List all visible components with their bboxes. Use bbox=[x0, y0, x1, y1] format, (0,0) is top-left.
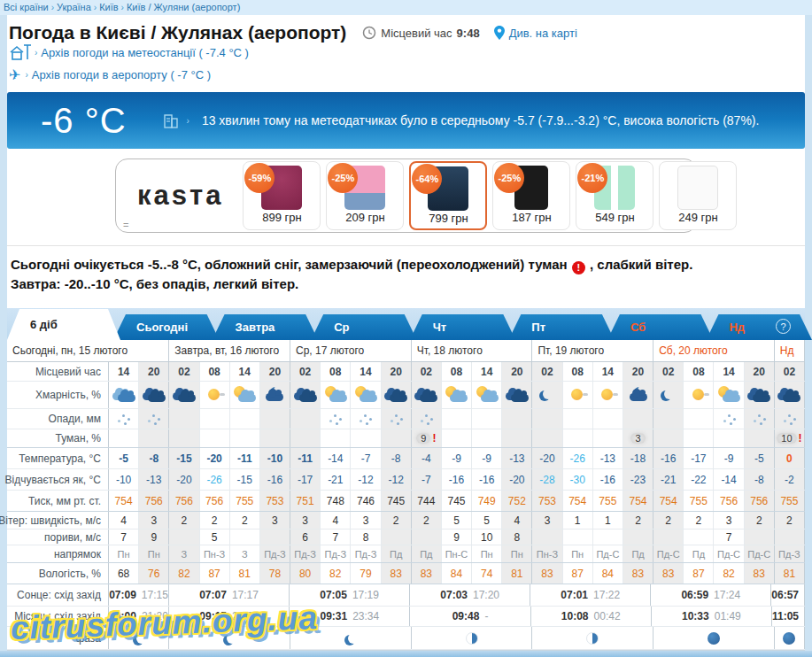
weather-station-icon bbox=[9, 43, 32, 61]
temperature-cell: -11 bbox=[230, 448, 260, 468]
station-archive-link[interactable]: Архів погоди на метеостанції ( -7.4 °C ) bbox=[41, 46, 249, 59]
weather-icon-clouds-night bbox=[745, 382, 775, 408]
day-header[interactable]: Ср, 17 лютого bbox=[290, 340, 412, 361]
moon-phase-icon bbox=[136, 633, 147, 644]
feels-like-cell: -20 bbox=[502, 469, 532, 490]
ad-product[interactable]: -21%549 грн bbox=[576, 161, 653, 230]
wind-direction-cell: Пд-С bbox=[714, 545, 744, 562]
humidity-cell: 83 bbox=[532, 563, 562, 584]
pressure-cell: 745 bbox=[442, 491, 472, 511]
weather-icon bbox=[201, 385, 228, 405]
breadcrumb-link[interactable]: Всі країни bbox=[4, 2, 49, 12]
fog-cell: 10! bbox=[775, 429, 805, 447]
sunrise-time: 06:59 bbox=[681, 589, 708, 601]
tab-Сб[interactable]: Сб bbox=[607, 314, 714, 340]
airport-archive-link[interactable]: Архів погоди в аеропорту ( -7 °C ) bbox=[32, 68, 211, 81]
tab-Сьогодні[interactable]: Сьогодні bbox=[113, 314, 220, 340]
pressure-cell: 756 bbox=[714, 491, 744, 511]
pressure-cell: 755 bbox=[593, 491, 623, 511]
tab-Завтра[interactable]: Завтра bbox=[213, 314, 319, 340]
fog-cell bbox=[351, 429, 381, 447]
airport-archive-row: ✈ › Архів погоди в аеропорту ( -7 °C ) bbox=[7, 61, 805, 83]
wind-speed-cell: 3 bbox=[260, 512, 290, 529]
fog-cell bbox=[714, 429, 744, 447]
fog-cell bbox=[230, 429, 260, 447]
weather-icon-moon-cloud bbox=[260, 382, 290, 408]
breadcrumb-link[interactable]: Київ bbox=[99, 2, 118, 12]
fog-cell bbox=[321, 429, 351, 447]
pressure-cell: 753 bbox=[260, 491, 290, 511]
pressure-cell: 751 bbox=[290, 491, 321, 511]
ad-banner[interactable]: каsта -59%899 грн-25%209 грн-64%799 грн-… bbox=[115, 158, 697, 233]
kasta-logo[interactable]: каsта bbox=[123, 180, 243, 212]
ad-product[interactable]: -25%187 грн bbox=[492, 161, 570, 230]
humidity-cell: 78 bbox=[260, 563, 290, 584]
wind-speed-row: Вітер: швидкість, м/с4322233432255431122… bbox=[7, 512, 805, 529]
sun-times-row: Сонце: схід захід07:0917:1507:0717:1707:… bbox=[7, 584, 805, 607]
temperature-cell: -14 bbox=[321, 448, 351, 468]
ad-product[interactable]: -25%209 грн bbox=[326, 161, 404, 230]
day-header[interactable]: Завтра, вт, 16 лютого bbox=[169, 340, 290, 361]
row-label: Хмарність, % bbox=[7, 382, 109, 408]
help-icon[interactable]: ? bbox=[776, 319, 791, 334]
weather-icon bbox=[776, 385, 802, 405]
airplane-icon: ✈ bbox=[9, 66, 20, 83]
tab-Чт[interactable]: Чт bbox=[410, 314, 516, 340]
weather-icon-clouds-night bbox=[412, 382, 442, 408]
humidity-cell: 83 bbox=[653, 563, 684, 584]
main-content: Погода в Києві / Жулянах (аеропорт) Місц… bbox=[7, 15, 805, 651]
wind-speed-cell: 2 bbox=[684, 512, 714, 529]
moon-phase-icon bbox=[783, 632, 795, 645]
wind-gust-cell bbox=[684, 529, 714, 545]
chevron-icon: › bbox=[25, 70, 27, 80]
time-cell: 02 bbox=[653, 362, 684, 381]
fog-cell bbox=[472, 429, 502, 447]
weather-icon-moon bbox=[532, 382, 562, 408]
snow-dots-icon bbox=[364, 414, 367, 417]
day-header[interactable]: Пт, 19 лютого bbox=[532, 340, 653, 361]
day-header[interactable]: Сб, 20 лютого bbox=[653, 340, 775, 361]
moon-phase-icon bbox=[708, 632, 720, 645]
wind-speed-cell: 2 bbox=[169, 512, 199, 529]
ad-product[interactable]: 249 грн bbox=[659, 161, 737, 230]
sunrise-time: 07:01 bbox=[561, 589, 588, 601]
tab-Ср[interactable]: Ср bbox=[311, 314, 417, 340]
sensor-summary: › 13 хвилин тому на метеодатчиках було в… bbox=[162, 112, 760, 129]
time-cell: 20 bbox=[502, 362, 532, 381]
sunrise-time: 06:57 bbox=[771, 589, 799, 601]
ad-menu-icon[interactable]: = bbox=[123, 220, 128, 230]
wind-speed-cell: 2 bbox=[200, 512, 230, 529]
day-header[interactable]: Сьогодні, пн, 15 лютого bbox=[7, 340, 169, 361]
ad-product[interactable]: -59%899 грн bbox=[243, 161, 321, 230]
precip-cell bbox=[139, 409, 169, 429]
tab-Пт[interactable]: Пт bbox=[508, 314, 615, 340]
day-header[interactable]: Нд bbox=[775, 340, 805, 361]
humidity-row: Вологість, %6876828781788082798383847481… bbox=[7, 563, 805, 584]
map-link-wrap: Див. на карті bbox=[494, 26, 577, 40]
day-header[interactable]: Чт, 18 лютого bbox=[412, 340, 533, 361]
fog-cell: 3 bbox=[623, 429, 653, 447]
ad-product[interactable]: -64%799 грн bbox=[409, 161, 487, 230]
breadcrumb-links: Всі країни›Україна›Київ›Київ / Жуляни (а… bbox=[4, 2, 240, 12]
breadcrumb-link[interactable]: Україна bbox=[57, 2, 91, 12]
breadcrumb-link[interactable]: Київ / Жуляни (аеропорт) bbox=[127, 2, 240, 12]
wind-gust-cell: 9 bbox=[139, 529, 169, 545]
weather-icon-clouds-night bbox=[139, 382, 169, 408]
tab-Нд[interactable]: Нд bbox=[706, 314, 812, 340]
row-label: Температура, °C bbox=[7, 448, 109, 468]
map-pin-icon bbox=[494, 26, 505, 40]
precip-cell bbox=[502, 409, 532, 429]
clock-icon bbox=[362, 26, 376, 40]
wind-gust-cell bbox=[563, 529, 593, 545]
feels-like-cell: -13 bbox=[139, 469, 169, 490]
wind-direction-cell: Пн bbox=[502, 545, 532, 562]
weather-icon-sun-cloud bbox=[442, 382, 472, 408]
fog-badge: 10 bbox=[777, 433, 796, 444]
precipitation-row: Опади, мм bbox=[7, 409, 805, 429]
weather-icon-sun-cloud bbox=[351, 382, 381, 408]
map-link[interactable]: Див. на карті bbox=[509, 27, 577, 40]
feels-like-cell: -16 bbox=[593, 469, 623, 490]
tab-6 діб[interactable]: 6 діб bbox=[7, 309, 120, 340]
fog-cell bbox=[563, 429, 593, 447]
precip-cell bbox=[351, 409, 381, 429]
